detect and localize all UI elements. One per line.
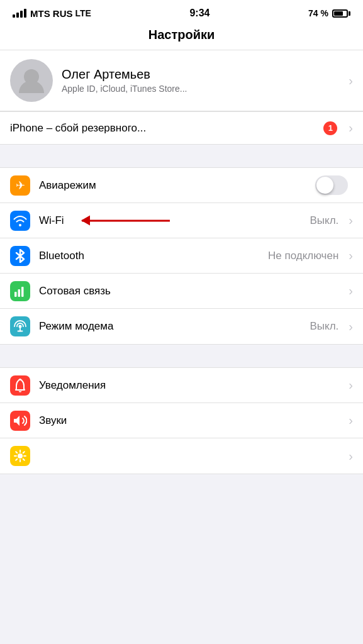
section-gap-2 xyxy=(0,345,363,367)
hotspot-label: Режим модема xyxy=(39,320,310,333)
third-chevron: › xyxy=(349,449,353,464)
network-label: LTE xyxy=(75,8,91,18)
status-bar: MTS RUS LTE 9:34 74 % xyxy=(0,0,363,23)
notifications-row[interactable]: Уведомления › xyxy=(0,368,363,403)
wifi-annotation-arrow xyxy=(82,219,170,221)
section-gap-1 xyxy=(0,145,363,167)
notifications-chevron: › xyxy=(349,378,353,392)
status-left: MTS RUS LTE xyxy=(13,8,91,19)
settings-group-connectivity: ✈ Авиарежим Wi-Fi Выкл. › xyxy=(0,167,363,345)
airplane-mode-icon: ✈ xyxy=(10,175,30,196)
third-icon xyxy=(10,446,30,466)
battery-icon xyxy=(332,9,350,18)
profile-info: Олег Артемьев Apple ID, iCloud, iTunes S… xyxy=(62,67,343,94)
profile-subtitle: Apple ID, iCloud, iTunes Store... xyxy=(62,84,343,94)
notifications-icon xyxy=(10,375,30,396)
airplane-mode-label: Авиарежим xyxy=(39,179,315,192)
airplane-mode-row[interactable]: ✈ Авиарежим xyxy=(0,168,363,203)
wifi-row[interactable]: Wi-Fi Выкл. › xyxy=(0,203,363,238)
cellular-chevron: › xyxy=(349,284,353,298)
signal-bars xyxy=(13,9,26,18)
backup-badge: 1 xyxy=(323,121,337,135)
wifi-icon xyxy=(10,211,30,231)
airplane-mode-toggle[interactable] xyxy=(315,175,348,195)
cellular-label: Сотовая связь xyxy=(39,285,343,297)
nav-header: Настройки xyxy=(0,23,363,50)
page-title: Настройки xyxy=(148,28,215,42)
avatar xyxy=(10,59,53,102)
battery-percent: 74 % xyxy=(308,8,328,18)
wifi-chevron: › xyxy=(349,213,353,228)
bluetooth-icon xyxy=(10,246,30,266)
svg-rect-1 xyxy=(14,292,17,297)
hotspot-chevron: › xyxy=(349,319,353,334)
status-time: 9:34 xyxy=(189,8,209,19)
sounds-chevron: › xyxy=(349,413,353,428)
hotspot-row[interactable]: Режим модема Выкл. › xyxy=(0,309,363,344)
notifications-label: Уведомления xyxy=(39,379,343,392)
sounds-label: Звуки xyxy=(39,414,343,427)
wifi-label: Wi-Fi xyxy=(39,214,310,227)
backup-row[interactable]: iPhone – сбой резервного... 1 › xyxy=(0,111,363,145)
bluetooth-chevron: › xyxy=(349,248,353,263)
profile-name: Олег Артемьев xyxy=(62,67,343,82)
third-row[interactable]: › xyxy=(0,438,363,474)
settings-group-system: Уведомления › Звуки › › xyxy=(0,367,363,474)
profile-chevron: › xyxy=(349,74,353,88)
bluetooth-value: Не подключен xyxy=(268,250,338,262)
cellular-icon xyxy=(10,281,30,301)
sounds-row[interactable]: Звуки › xyxy=(0,403,363,438)
profile-row[interactable]: Олег Артемьев Apple ID, iCloud, iTunes S… xyxy=(0,50,363,111)
carrier-label: MTS RUS xyxy=(30,8,73,19)
hotspot-value: Выкл. xyxy=(310,320,338,333)
backup-chevron: › xyxy=(349,121,353,135)
svg-rect-3 xyxy=(21,287,24,297)
cellular-row[interactable]: Сотовая связь › xyxy=(0,274,363,309)
svg-point-6 xyxy=(18,453,23,458)
backup-text: iPhone – сбой резервного... xyxy=(10,122,323,135)
wifi-value: Выкл. xyxy=(310,214,338,227)
bluetooth-row[interactable]: Bluetooth Не подключен › xyxy=(0,238,363,274)
sounds-icon xyxy=(10,411,30,431)
svg-rect-2 xyxy=(18,289,21,297)
bluetooth-label: Bluetooth xyxy=(39,250,268,262)
hotspot-icon xyxy=(10,316,30,336)
status-right: 74 % xyxy=(308,8,350,18)
